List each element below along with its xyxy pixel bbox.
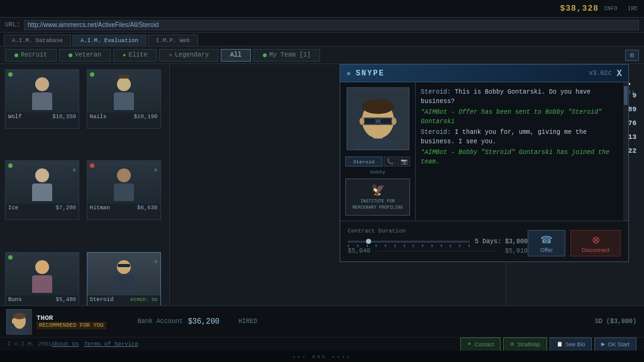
disconnect-button[interactable]: ⊗ Disconnect: [570, 230, 621, 256]
filter-tab-my-team[interactable]: My Team [1]: [253, 49, 320, 62]
thor-portrait: [6, 309, 31, 334]
legendary-x: ✕: [169, 52, 172, 58]
svg-point-15: [13, 313, 26, 319]
ice-status-dot: [8, 163, 13, 168]
stratmap-icon: ⊛: [510, 341, 514, 347]
see-bio-button[interactable]: 📋 See Bio: [550, 337, 592, 351]
svg-rect-7: [379, 118, 392, 124]
filter-tab-legendary[interactable]: ✕ Legendary: [159, 49, 218, 62]
chat-line-3: *AIMBot - Bobby "Steroid" Gontarski has …: [421, 148, 623, 167]
nails-status-dot: [90, 72, 94, 77]
slider-thumb[interactable]: [366, 239, 371, 244]
merc-card-ice[interactable]: ⊕ Ice $7,200: [5, 160, 79, 220]
merc-portrait-ice: ⊕: [6, 161, 79, 204]
contact-label: Contact: [474, 341, 494, 348]
nails-body: [114, 92, 134, 110]
filter-tab-recruit[interactable]: Recruit: [5, 49, 57, 62]
thor-info: THOR RECOMMENDED FOR YOU: [36, 314, 106, 329]
offer-icon: ☎: [540, 234, 553, 246]
money-display: $38,328: [560, 4, 599, 13]
hitman-body: [114, 184, 134, 201]
bank-label: Bank Account: [138, 318, 183, 325]
about-us-link[interactable]: About Us: [52, 341, 79, 348]
thor-recommendation[interactable]: THOR RECOMMENDED FOR YOU: [6, 309, 106, 334]
filter-tab-all[interactable]: All: [221, 49, 251, 62]
buns-name: Buns: [8, 297, 22, 303]
chat-scrollbar[interactable]: [623, 82, 628, 221]
nav-tab-imp-web[interactable]: I.M.P. Web: [148, 35, 198, 46]
snype-icon: ◈: [347, 69, 352, 77]
svg-point-4: [362, 99, 394, 114]
url-input[interactable]: [24, 20, 639, 30]
url-bar: URL:: [0, 18, 644, 33]
steroid-glasses: [118, 264, 130, 267]
offer-button[interactable]: ☎ Offer: [528, 230, 565, 256]
hitman-info: Hitman $6,630: [87, 204, 160, 212]
hired-label: HIRED: [238, 318, 257, 325]
price-divider: [378, 251, 497, 251]
buns-status-dot: [8, 255, 13, 260]
tick: [441, 244, 442, 247]
snype-version: v3.02c: [589, 70, 612, 77]
slider-track[interactable]: [348, 241, 470, 243]
ice-info: Ice $7,200: [6, 204, 79, 212]
merc-card-nails[interactable]: Nails $10,190: [87, 69, 161, 129]
sort-icon: ⊞: [630, 52, 634, 59]
terms-link[interactable]: Terms of Service: [84, 341, 138, 348]
svg-rect-6: [364, 118, 376, 124]
ice-head: [35, 168, 49, 182]
filter-tab-elite[interactable]: ★ Elite: [113, 49, 157, 62]
slider-ticks: [348, 244, 470, 247]
snype-phone-icon-btn[interactable]: 📞: [384, 156, 396, 167]
thor-portrait-svg: [7, 310, 32, 335]
tick: [375, 244, 377, 247]
steroid-head: [117, 260, 131, 274]
main-content: Wolf $10,350 Nails $10,19: [0, 64, 644, 344]
stratmap-button[interactable]: ⊛ StratMap: [503, 337, 547, 351]
chat-line-2: Steroid: I thank you for, umm, giving me…: [421, 128, 623, 146]
contract-left: Contract Duration: [348, 228, 528, 255]
filter-tab-veteran[interactable]: Veteran: [59, 49, 111, 62]
nav-tab-aim-evaluation[interactable]: A.I.M. Evaluation: [72, 35, 147, 46]
disconnect-label: Disconnect: [582, 247, 610, 253]
snype-chat[interactable]: Steroid: This is Bobby Gontarski. Do you…: [416, 82, 628, 221]
snype-title: ◈ SNYPE: [347, 69, 385, 78]
merc-list: Wolf $10,350 Nails $10,19: [0, 64, 170, 344]
tick: [431, 244, 433, 247]
ice-name: Ice: [8, 205, 18, 211]
tick: [404, 244, 405, 247]
svg-point-9: [359, 118, 364, 125]
snype-portrait-area: Steroid 📞 📷 bobby 🦅: [340, 82, 416, 221]
price-option-0: $5,040: [348, 248, 370, 255]
snype-portrait-image: [347, 87, 409, 150]
snype-camera-icon-btn[interactable]: 📷: [397, 156, 410, 167]
imp-logo: 🦅 INSTITUTE FORMERCENARY PROFILING: [345, 178, 410, 216]
disconnect-icon: ⊗: [592, 234, 600, 246]
snype-tab-steroid[interactable]: Steroid: [345, 156, 382, 167]
contact-button[interactable]: ✦ Contact: [460, 337, 501, 351]
bottom-dots: ••• OAK ••••: [292, 354, 352, 359]
copyright-text: © A.I.M. 2001: [8, 341, 52, 348]
sort-button[interactable]: ⊞: [625, 50, 639, 61]
nails-hat: [118, 75, 130, 79]
chat-scrollbar-thumb: [624, 86, 628, 105]
filter-bar-end: ⊞: [625, 50, 639, 61]
copy-links: About Us Terms of Service: [52, 341, 138, 348]
merc-card-wolf[interactable]: Wolf $10,350: [5, 69, 79, 129]
nav-tab-aim-database[interactable]: A.I.M. Database: [4, 35, 71, 46]
merc-card-steroid[interactable]: ⊕ Steroid HIRED: SD: [87, 252, 161, 312]
tick: [413, 244, 414, 247]
merc-card-buns[interactable]: Buns $5,480: [5, 252, 79, 312]
right-panel: ◈ SNYPE v3.02c X: [170, 64, 644, 344]
ok-start-button[interactable]: ▶ OK Start: [594, 337, 636, 351]
merc-portrait-wolf: [6, 70, 79, 112]
snype-header: ◈ SNYPE v3.02c X: [340, 65, 628, 82]
elite-star: ★: [123, 52, 126, 58]
ice-gear-icon: ⊕: [73, 163, 76, 175]
snype-close-button[interactable]: X: [617, 69, 622, 79]
imp-eagle-icon: 🦅: [350, 183, 406, 197]
merc-card-hitman[interactable]: ⊕ Hitman $6,630: [87, 160, 161, 220]
explosives-value: 13: [628, 133, 636, 141]
bottom-strip: ••• OAK ••••: [0, 351, 644, 362]
wolf-price: $10,350: [52, 114, 76, 120]
